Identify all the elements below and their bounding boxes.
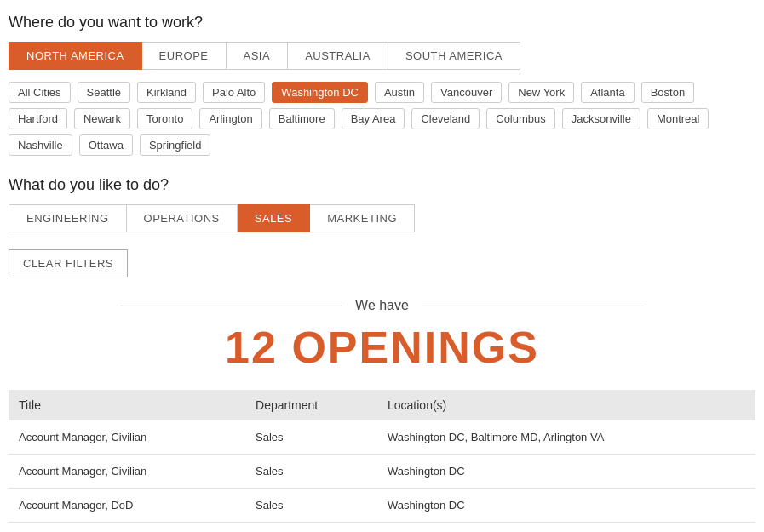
continent-tab-europe[interactable]: EUROPE — [142, 42, 227, 70]
what-heading: What do you like to do? — [9, 176, 755, 194]
city-tag-vancouver[interactable]: Vancouver — [431, 82, 502, 103]
openings-count: 12 OPENINGS — [9, 322, 755, 373]
city-tag-nashville[interactable]: Nashville — [9, 134, 72, 156]
continent-tab-north-america[interactable]: NORTH AMERICA — [9, 42, 142, 70]
city-tag-seattle[interactable]: Seattle — [78, 82, 130, 103]
city-tag-baltimore[interactable]: Baltimore — [269, 108, 335, 129]
job-title: Account Manager, DoD — [9, 489, 245, 523]
page-container: Where do you want to work? NORTH AMERICA… — [0, 0, 764, 532]
city-tag-austin[interactable]: Austin — [375, 82, 424, 103]
city-tag-jacksonville[interactable]: Jacksonville — [562, 108, 640, 129]
table-col-title: Title — [9, 390, 245, 420]
city-tag-atlanta[interactable]: Atlanta — [581, 82, 634, 103]
table-col-location-s-: Location(s) — [377, 390, 755, 420]
role-tab-engineering[interactable]: ENGINEERING — [9, 204, 127, 232]
city-tag-hartford[interactable]: Hartford — [9, 108, 67, 129]
we-have-line: We have — [9, 298, 755, 313]
job-title: Account Manager, Civilian — [9, 455, 245, 489]
continent-tab-asia[interactable]: ASIA — [227, 42, 289, 70]
city-tag-cleveland[interactable]: Cleveland — [411, 108, 480, 129]
where-heading: Where do you want to work? — [9, 14, 755, 31]
city-tag-ottawa[interactable]: Ottawa — [79, 134, 133, 156]
city-tag-toronto[interactable]: Toronto — [137, 108, 192, 129]
city-tag-columbus[interactable]: Columbus — [486, 108, 555, 129]
table-col-department: Department — [245, 390, 377, 420]
table-row[interactable]: Account Manager, CivilianSalesWashington… — [9, 455, 755, 489]
job-department: Sales — [245, 420, 377, 455]
job-department: Sales — [245, 489, 377, 523]
line-left — [120, 306, 342, 306]
clear-filters-button[interactable]: CLEAR FILTERS — [9, 249, 128, 277]
table-row[interactable]: Account Manager, CivilianSalesWashington… — [9, 420, 755, 455]
what-section: What do you like to do? ENGINEERINGOPERA… — [9, 176, 755, 232]
city-tag-palo-alto[interactable]: Palo Alto — [203, 82, 265, 103]
table-header-row: TitleDepartmentLocation(s) — [9, 390, 755, 420]
city-tag-washington-dc[interactable]: Washington DC — [272, 82, 368, 103]
city-tag-kirkland[interactable]: Kirkland — [137, 82, 196, 103]
role-tabs: ENGINEERINGOPERATIONSSALESMARKETING — [9, 204, 755, 232]
we-have-label: We have — [355, 298, 409, 313]
city-tag-springfield[interactable]: Springfield — [140, 134, 210, 156]
continent-tab-australia[interactable]: AUSTRALIA — [288, 42, 388, 70]
line-right — [422, 306, 644, 306]
city-list: All CitiesSeattleKirklandPalo AltoWashin… — [9, 82, 755, 156]
continent-tabs: NORTH AMERICAEUROPEASIAAUSTRALIASOUTH AM… — [9, 42, 755, 70]
role-tab-sales[interactable]: SALES — [238, 204, 310, 232]
table-body: Account Manager, CivilianSalesWashington… — [9, 420, 755, 523]
role-tab-operations[interactable]: OPERATIONS — [127, 204, 238, 232]
job-location: Washington DC — [377, 489, 755, 523]
city-tag-new-york[interactable]: New York — [508, 82, 574, 103]
table-header: TitleDepartmentLocation(s) — [9, 390, 755, 420]
table-row[interactable]: Account Manager, DoDSalesWashington DC — [9, 489, 755, 523]
city-tag-boston[interactable]: Boston — [641, 82, 694, 103]
jobs-table: TitleDepartmentLocation(s) Account Manag… — [9, 390, 755, 523]
job-department: Sales — [245, 455, 377, 489]
continent-tab-south-america[interactable]: SOUTH AMERICA — [388, 42, 520, 70]
city-tag-bay-area[interactable]: Bay Area — [342, 108, 405, 129]
job-location: Washington DC, Baltimore MD, Arlington V… — [377, 420, 755, 455]
we-have-section: We have 12 OPENINGS — [9, 298, 755, 373]
role-tab-marketing[interactable]: MARKETING — [310, 204, 415, 232]
job-title: Account Manager, Civilian — [9, 420, 245, 455]
city-tag-all-cities[interactable]: All Cities — [9, 82, 71, 103]
job-location: Washington DC — [377, 455, 755, 489]
city-tag-arlington[interactable]: Arlington — [199, 108, 261, 129]
city-tag-newark[interactable]: Newark — [74, 108, 130, 129]
city-tag-montreal[interactable]: Montreal — [647, 108, 709, 129]
